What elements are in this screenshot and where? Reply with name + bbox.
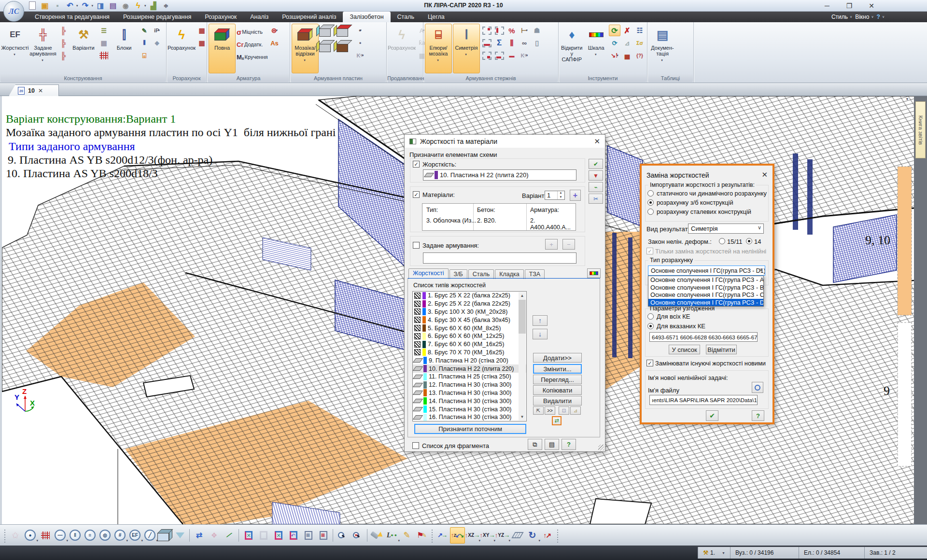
move-down-button[interactable]: ↓ xyxy=(533,329,548,339)
only-replace-checkbox[interactable]: ✓ xyxy=(646,248,653,254)
lens-pencil-tool[interactable]: ╱▾ xyxy=(142,527,157,544)
help-button[interactable]: ? xyxy=(562,439,576,450)
joint2-button[interactable]: ╠ xyxy=(57,37,69,49)
nodes-tool[interactable]: ❖ xyxy=(207,527,222,544)
import-radio-2[interactable] xyxy=(647,209,654,215)
lens-lines-tool[interactable]: ≡ xyxy=(83,527,98,544)
dialog-tab-1[interactable]: З/Б xyxy=(449,269,467,279)
cube-mosaic-ribbon-button[interactable]: Мозаїка/відрізки▾ xyxy=(292,24,319,73)
scissors-button[interactable]: ✂ xyxy=(589,194,603,204)
combo-option-0[interactable]: Основне сполучення І ГС(група РСЗ - А1) xyxy=(648,276,763,284)
ribbon-tab-6[interactable]: Сталь xyxy=(391,12,421,22)
stiffness-list-item[interactable]: 2. Брус 25 X 22 (балка 22x25) xyxy=(413,300,526,308)
frame-grid-button[interactable]: ▦ xyxy=(196,25,208,36)
symmetry-ribbon-button[interactable]: ⅠСиметрія▾ xyxy=(453,24,480,73)
combo-option-3[interactable]: Основне сполучення І ГС(група РСЗ - D1) xyxy=(648,299,763,307)
copy-dialog-button[interactable]: ⧉ xyxy=(528,439,542,450)
axes-yzx-tool[interactable]: ↑Z↙↘ xyxy=(450,527,465,544)
frame-undo-tool[interactable]: ↶ xyxy=(286,527,301,544)
menu-style[interactable]: Стиль xyxy=(831,14,848,20)
swap-tool[interactable]: ⇄ xyxy=(192,527,207,544)
lens-line-tool[interactable]: —▾ xyxy=(53,527,68,544)
stiffness-list-item[interactable]: 15. Пластина Н 30 (стіна 300) xyxy=(413,405,526,413)
sigma-l-button[interactable]: Σσ xyxy=(634,37,646,49)
sync-button[interactable]: ⇄ xyxy=(552,416,562,425)
tool2-button[interactable]: ⊿ xyxy=(570,406,581,415)
browse-button[interactable] xyxy=(752,382,763,393)
stiffness-list-item[interactable]: 12. Пластина Н 30 (стіна 300) xyxy=(413,381,526,389)
replace-existing-checkbox[interactable]: ✓ xyxy=(646,360,653,366)
axes-xz-tool[interactable]: ↑XZ→▾ xyxy=(465,527,480,544)
ok-button[interactable]: ✔ xyxy=(706,410,718,421)
funnel-tool[interactable] xyxy=(172,527,187,544)
selected-fe-radio[interactable] xyxy=(647,323,654,329)
stiffness-list-item[interactable]: 5. Брус 60 X 60 (КМ_8x25) xyxy=(413,324,526,332)
strips-button[interactable]: ⫼ xyxy=(506,37,518,49)
blocks-ribbon-button[interactable]: ⫿Блоки xyxy=(111,24,138,73)
pencil-tool[interactable]: ✎ xyxy=(399,527,414,544)
frame3-button[interactable] xyxy=(481,50,492,61)
close-button[interactable]: ✕ xyxy=(864,1,879,10)
stiffness-list-item[interactable]: 8. Брус 70 X 70 (КМ_16x25) xyxy=(413,349,526,357)
result-type-combo[interactable]: Симетрія xyxy=(688,224,764,234)
pencil-add-button[interactable]: ✎ xyxy=(139,25,150,36)
stiffness-list-item[interactable]: 7. Брус 60 X 60 (КМ_16x25) xyxy=(413,340,526,349)
filter-button[interactable]: ▼ xyxy=(589,170,603,181)
ksigma-button[interactable]: Kᵠ▾ xyxy=(519,50,530,61)
stiffness-list-item[interactable]: 9. Пластина Н 20 (стіна 200) xyxy=(413,356,526,364)
sigma-button[interactable]: σМіцність xyxy=(237,27,267,37)
exclaim-button[interactable]: ↘!▾ xyxy=(609,50,620,61)
ribbon-tab-4[interactable]: Розширений аналіз xyxy=(275,12,343,22)
block-3d-tool[interactable] xyxy=(157,527,172,544)
ribbon-tab-2[interactable]: Розрахунок xyxy=(198,12,243,22)
column-button[interactable]: ▯ xyxy=(531,37,543,49)
mode-select[interactable]: ⚒1.▼ xyxy=(698,547,730,559)
frame-arrow-tool[interactable] xyxy=(256,527,271,544)
colorscale-button[interactable] xyxy=(587,268,601,278)
ksigma-button[interactable]: Kᵠ▾ xyxy=(354,50,366,61)
fire-as-button[interactable]: As xyxy=(268,37,280,49)
plan-tool[interactable] xyxy=(510,527,525,544)
lens-ef-tool[interactable]: EF▾ xyxy=(127,527,142,544)
zoom-tool[interactable] xyxy=(335,527,350,544)
ruler-brush-button[interactable]: ⊿ xyxy=(621,37,633,49)
beam-t-button[interactable]: ⊢▾ xyxy=(519,25,530,36)
banner-button[interactable]: •▾ xyxy=(354,25,366,36)
add-variant-button[interactable]: + xyxy=(570,190,581,201)
dialog2-close-icon[interactable]: ✕ xyxy=(761,170,768,179)
lightning-grid-button[interactable]: ▦ xyxy=(196,37,208,49)
combo-option-1[interactable]: Основне сполучення І ГС(група РСЗ - В1) xyxy=(648,284,763,292)
add-reinforcement-button[interactable]: + xyxy=(545,239,558,250)
grid-red-tool[interactable] xyxy=(38,527,53,544)
axes-yz-tool[interactable]: ↑YZ→▾ xyxy=(495,527,510,544)
given-reinforcement-checkbox[interactable] xyxy=(413,242,420,249)
stiffness-checkbox[interactable]: ✓ xyxy=(413,161,420,168)
import-radio-0[interactable] xyxy=(647,190,654,196)
remove-reinforcement-button[interactable]: − xyxy=(562,239,575,250)
abacus-button[interactable]: ☷ xyxy=(634,25,646,36)
stiffness-list-item[interactable]: 14. Пластина Н 30 (стіна 300) xyxy=(413,397,526,405)
expand-button[interactable]: >> xyxy=(545,406,555,415)
refresh-button[interactable]: ⟳ xyxy=(609,25,620,36)
sign-orange-button[interactable]: ⌻ xyxy=(139,50,150,61)
l-dim-tool[interactable]: L●·●▾ xyxy=(384,527,399,544)
sapfir-ribbon-button[interactable]: ♦Відкритиу САПФІР xyxy=(560,24,584,73)
menu-window[interactable]: Вікно xyxy=(855,14,869,20)
axes-iso-tool[interactable]: ↗→ xyxy=(435,527,450,544)
all-fe-radio[interactable] xyxy=(647,313,654,320)
stiffness-field[interactable]: 10. Пластина Н 22 (плита 220) xyxy=(423,169,576,181)
to-list-button[interactable]: У список xyxy=(669,345,700,354)
elements-field[interactable]: 6493-6571 6606-6628 6630-6663 6665-6709 … xyxy=(649,332,758,342)
frame-3d-red-tool[interactable]: ▦ xyxy=(316,527,331,544)
brush-tool[interactable]: ∕ xyxy=(222,527,237,544)
bars-add-button[interactable]: ⫴ xyxy=(139,37,150,49)
lens-grid-tool[interactable]: #▾ xyxy=(112,527,127,544)
sigma-big-button[interactable]: Σ xyxy=(493,37,505,49)
ribbon-tab-0[interactable]: Створення та редагування xyxy=(28,12,116,22)
add-button[interactable]: Додати>> xyxy=(533,353,582,363)
stiffness-list-item[interactable]: 4. Брус 30 X 45 (балка 30x45) xyxy=(413,316,526,324)
flag-tool[interactable]: ⚑✎ xyxy=(414,527,429,544)
cone-button[interactable]: ◆ xyxy=(151,37,163,49)
document-tab-close-icon[interactable]: ✕ xyxy=(38,87,43,94)
lens-center-tool[interactable]: ●▾ xyxy=(23,527,38,544)
